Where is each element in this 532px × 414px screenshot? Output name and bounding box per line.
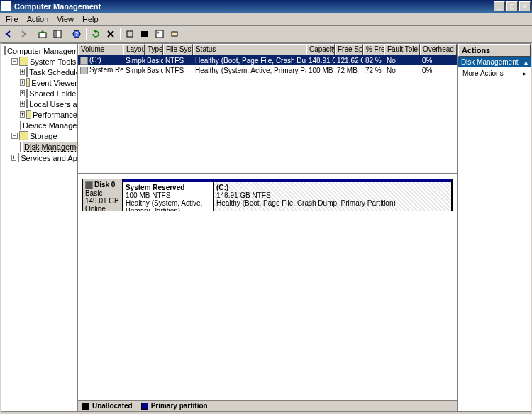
- toolbar-separator: [86, 28, 87, 40]
- chevron-up-icon: ▴: [524, 58, 528, 66]
- close-button[interactable]: ×: [519, 1, 531, 11]
- list-view-button[interactable]: [138, 27, 152, 41]
- expand-icon[interactable]: +: [20, 101, 25, 107]
- col-volume[interactable]: Volume: [78, 44, 123, 55]
- legend-label-primary: Primary partition: [151, 402, 208, 410]
- drive-icon: [80, 57, 88, 65]
- volume-row[interactable]: System Reserved Simple Basic NTFS Health…: [78, 65, 457, 75]
- tree-performance[interactable]: +Performance: [1, 109, 77, 120]
- svg-rect-9: [156, 30, 163, 38]
- tree-system-tools[interactable]: −System Tools: [1, 56, 77, 67]
- tools-icon: [19, 57, 28, 66]
- svg-rect-5: [127, 31, 133, 37]
- partition-c[interactable]: (C:) 148.91 GB NTFS Healthy (Boot, Page …: [214, 179, 452, 211]
- forward-button[interactable]: [16, 27, 31, 41]
- col-overhead[interactable]: Overhead: [420, 44, 457, 55]
- tree-root[interactable]: Computer Management (Local): [1, 45, 77, 56]
- svg-rect-6: [141, 31, 148, 33]
- services-icon: [18, 153, 19, 162]
- legend: Unallocated Primary partition: [78, 400, 457, 411]
- disk-row[interactable]: Disk 0 Basic 149.01 GB Online System Res…: [82, 179, 453, 211]
- toolbar-separator: [67, 28, 67, 40]
- tree-device-manager[interactable]: Device Manager: [1, 120, 77, 130]
- maximize-button[interactable]: □: [506, 1, 518, 11]
- tree-shared-folders[interactable]: +Shared Folders: [1, 88, 77, 99]
- chevron-right-icon: ▸: [523, 69, 526, 77]
- actions-section[interactable]: Disk Management ▴: [458, 57, 531, 67]
- action-button[interactable]: [167, 27, 182, 41]
- show-hide-tree-button[interactable]: [50, 27, 65, 41]
- col-filesystem[interactable]: File System: [163, 44, 193, 55]
- actions-header: Actions: [458, 44, 531, 57]
- tree-disk-management[interactable]: Disk Management: [1, 141, 77, 152]
- col-layout[interactable]: Layout: [123, 44, 145, 55]
- col-capacity[interactable]: Capacity: [306, 44, 335, 55]
- col-fault[interactable]: Fault Tolerance: [384, 44, 420, 55]
- actions-more[interactable]: More Actions ▸: [458, 67, 531, 79]
- window-title: Computer Management: [14, 2, 492, 11]
- storage-icon: [19, 131, 28, 140]
- volume-header-row: Volume Layout Type File System Status Ca…: [78, 44, 457, 55]
- tree-local-users[interactable]: +Local Users and Groups: [1, 99, 77, 109]
- col-pctfree[interactable]: % Free: [363, 44, 384, 55]
- menu-help[interactable]: Help: [78, 13, 103, 25]
- up-button[interactable]: [35, 27, 50, 41]
- col-type[interactable]: Type: [145, 44, 163, 55]
- svg-rect-11: [172, 32, 177, 36]
- title-bar: Computer Management _ □ ×: [0, 0, 532, 13]
- svg-rect-1: [54, 30, 61, 38]
- svg-rect-0: [39, 33, 46, 38]
- tree-task-scheduler[interactable]: +Task Scheduler: [1, 67, 77, 77]
- toolbar: ?: [0, 26, 532, 43]
- svg-rect-7: [141, 33, 148, 35]
- users-icon: [26, 99, 28, 108]
- expand-icon[interactable]: +: [20, 111, 25, 118]
- app-icon: [1, 1, 11, 11]
- tree-storage[interactable]: −Storage: [1, 130, 77, 141]
- expand-icon[interactable]: +: [20, 79, 25, 86]
- back-button[interactable]: [1, 27, 16, 41]
- actions-pane: Actions Disk Management ▴ More Actions ▸: [457, 44, 531, 411]
- expand-icon[interactable]: +: [11, 155, 16, 161]
- drive-icon: [80, 67, 88, 74]
- col-status[interactable]: Status: [193, 44, 306, 55]
- tree-services[interactable]: +Services and Applications: [1, 152, 77, 163]
- perf-icon: [26, 110, 31, 119]
- menu-view[interactable]: View: [52, 13, 78, 25]
- toolbar-separator: [33, 28, 33, 40]
- folder-icon: [26, 89, 28, 98]
- menu-action[interactable]: Action: [23, 13, 53, 25]
- legend-label-unallocated: Unallocated: [92, 402, 133, 410]
- scheduler-icon: [26, 67, 28, 77]
- legend-swatch-unallocated: [82, 403, 89, 410]
- navigation-tree[interactable]: Computer Management (Local) −System Tool…: [1, 44, 78, 411]
- volume-list: Volume Layout Type File System Status Ca…: [78, 44, 457, 174]
- settings-button[interactable]: [123, 27, 137, 41]
- delete-button[interactable]: [104, 27, 118, 41]
- col-free[interactable]: Free Space: [335, 44, 363, 55]
- disk-icon: [85, 181, 93, 189]
- toolbar-separator: [120, 28, 121, 40]
- svg-text:?: ?: [74, 30, 79, 38]
- expand-icon[interactable]: +: [20, 90, 25, 96]
- minimize-button[interactable]: _: [494, 1, 505, 11]
- computer-icon: [4, 46, 6, 55]
- refresh-button[interactable]: [89, 27, 103, 41]
- expand-icon[interactable]: +: [20, 69, 25, 75]
- svg-rect-8: [141, 35, 148, 37]
- disk-info: Disk 0 Basic 149.01 GB Online: [83, 179, 123, 211]
- help-button[interactable]: ?: [70, 27, 84, 41]
- properties-button[interactable]: [153, 27, 167, 41]
- partition-system-reserved[interactable]: System Reserved 100 MB NTFS Healthy (Sys…: [123, 179, 214, 211]
- svg-point-10: [157, 31, 160, 33]
- collapse-icon[interactable]: −: [11, 133, 18, 139]
- tree-event-viewer[interactable]: +Event Viewer: [1, 77, 77, 88]
- legend-swatch-primary: [141, 403, 148, 410]
- volume-row[interactable]: (C:) Simple Basic NTFS Healthy (Boot, Pa…: [78, 55, 457, 65]
- disk-icon: [20, 142, 21, 152]
- disk-graphical-view: Disk 0 Basic 149.01 GB Online System Res…: [78, 174, 457, 400]
- collapse-icon[interactable]: −: [11, 58, 18, 65]
- event-icon: [26, 78, 30, 87]
- menu-file[interactable]: File: [1, 13, 23, 25]
- menu-bar: File Action View Help: [0, 13, 532, 26]
